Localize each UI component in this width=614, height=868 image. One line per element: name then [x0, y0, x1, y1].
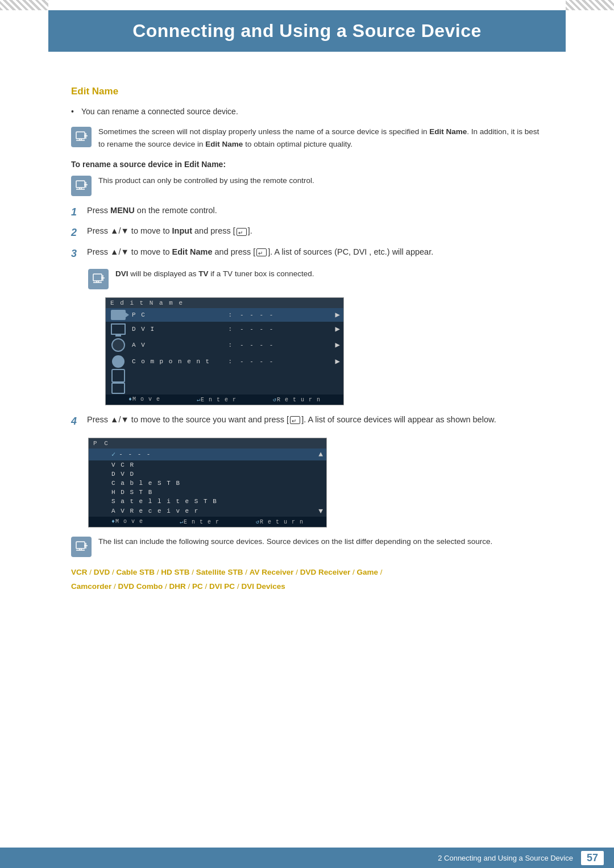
note-icon-2 — [71, 176, 92, 196]
page-title: Connecting and Using a Source Device — [71, 20, 543, 41]
note-text-2: This product can only be controlled by u… — [98, 175, 314, 187]
editname-row-empty2 — [106, 382, 343, 394]
svg-rect-12 — [93, 274, 102, 281]
pc-row-dvd: D V D — [89, 470, 326, 479]
editname-row-av: A V : - - - - ▶ — [106, 337, 343, 354]
main-content: Edit Name You can rename a connected sou… — [48, 52, 566, 644]
top-decorative-bar — [0, 0, 614, 10]
editname-screen: E d i t N a m e P C : - - - - ▶ D V I : … — [105, 297, 344, 405]
note-text-4: The list can include the following sourc… — [98, 535, 492, 548]
cam-icon — [111, 310, 126, 320]
editname-row-component: C o m p o n e n t : - - - - ▶ — [106, 354, 343, 369]
bullet-list: You can rename a connected source device… — [71, 105, 543, 118]
note-icon-1 — [71, 127, 92, 147]
pc-row-avreceiver: A V R e c e i v e r ▼ — [89, 506, 326, 517]
step-4: 4 Press ▲/▼ to move to the source you wa… — [71, 413, 543, 430]
step-3: 3 Press ▲/▼ to move to Edit Name and pre… — [71, 246, 543, 262]
pc-row-satellitestb: S a t e l l i t e S T B — [89, 497, 326, 506]
sub-heading: To rename a source device in Edit Name: — [71, 160, 543, 169]
pc-row-vcr: V C R — [89, 460, 326, 470]
pc-row-cablestb: C a b l e S T B — [89, 479, 326, 488]
editname-row-dvi: D V I : - - - - ▶ — [106, 322, 343, 337]
note-text-1: Sometimes the screen will not display pr… — [98, 126, 543, 150]
page-header: Connecting and Using a Source Device — [48, 10, 566, 52]
bottom-bar-num: 57 — [581, 851, 604, 865]
monitor-icon — [111, 323, 126, 335]
pc-screen-footer: ♦M o v e ↵E n t e r ↺R e t u r n — [89, 517, 326, 527]
source-list: VCR / DVD / Cable STB / HD STB / Satelli… — [71, 565, 543, 594]
section-heading: Edit Name — [71, 86, 543, 97]
note-box-3: DVI will be displayed as TV if a TV tune… — [88, 268, 543, 289]
circle-icon — [111, 338, 125, 352]
svg-rect-6 — [76, 181, 85, 188]
bottom-bar-text: 2 Connecting and Using a Source Device — [438, 854, 573, 862]
note-icon-4 — [71, 537, 92, 557]
svg-rect-0 — [76, 132, 85, 139]
editname-row-pc: P C : - - - - ▶ — [106, 308, 343, 322]
pc-screen: P C ✓ - - - - ▲ V C R D V D C a b l e S … — [88, 438, 327, 528]
bullet-item-1: You can rename a connected source device… — [71, 105, 543, 118]
step-2: 2 Press ▲/▼ to move to Input and press [… — [71, 225, 543, 241]
note-box-1: Sometimes the screen will not display pr… — [71, 126, 543, 150]
bottom-bar: 2 Connecting and Using a Source Device 5… — [0, 848, 614, 868]
pc-screen-title: P C — [89, 438, 326, 448]
step-1: 1 Press MENU on the remote control. — [71, 204, 543, 221]
editname-footer: ♦M o v e ↵E n t e r ↺R e t u r n — [106, 394, 343, 405]
indent-note-3: DVI will be displayed as TV if a TV tune… — [88, 268, 543, 405]
editname-row-empty1 — [106, 369, 343, 382]
note-box-4: The list can include the following sourc… — [71, 535, 543, 557]
note-box-2: This product can only be controlled by u… — [71, 175, 543, 196]
note-text-3: DVI will be displayed as TV if a TV tune… — [115, 268, 314, 280]
editname-screen-title: E d i t N a m e — [106, 298, 343, 308]
pc-row-dash: ✓ - - - - ▲ — [89, 448, 326, 460]
gear-icon — [112, 355, 125, 368]
note-icon-3 — [88, 269, 109, 289]
svg-rect-18 — [76, 542, 85, 549]
pc-row-hdstb: H D S T B — [89, 488, 326, 497]
